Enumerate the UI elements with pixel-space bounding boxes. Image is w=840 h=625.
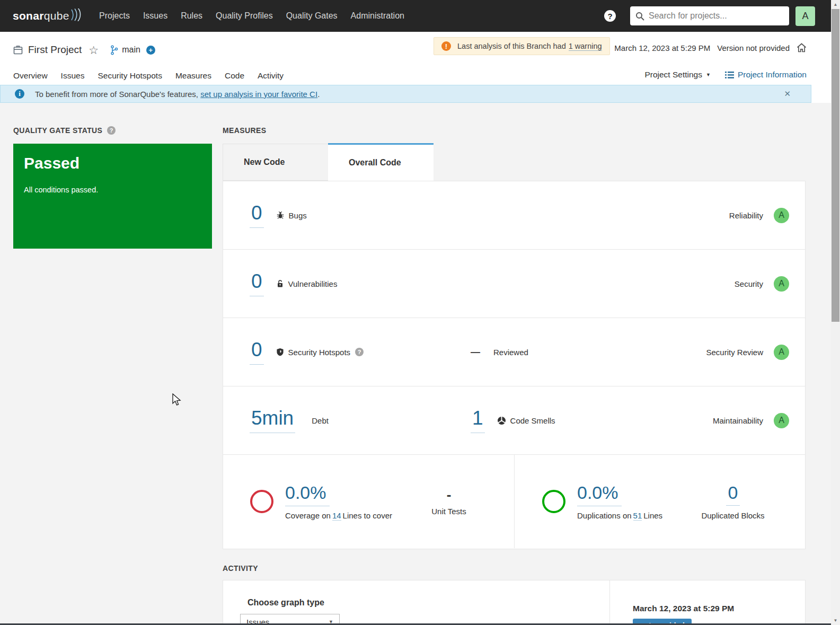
measure-row-security-hotspots: 0 Security Hotspots ? — Reviewed Securit… — [223, 318, 805, 386]
bugs-count-link[interactable]: 0 — [250, 203, 264, 228]
measures-section-title: MEASURES — [223, 126, 267, 135]
scrollbar-thumb[interactable] — [832, 9, 839, 322]
coverage-label-suffix: Lines to cover — [343, 511, 392, 520]
activity-graph-controls: Choose graph type Issues ▼ — [223, 580, 610, 624]
duplications-label-suffix: Lines — [643, 511, 662, 520]
help-circle-icon[interactable]: ? — [107, 126, 116, 135]
measures-tabs: New Code Overall Code — [223, 144, 434, 181]
search-input[interactable] — [649, 11, 784, 21]
reviewed-label: Reviewed — [493, 348, 528, 357]
nav-item-issues[interactable]: Issues — [136, 1, 174, 31]
quality-gate-title-text: QUALITY GATE STATUS — [13, 126, 102, 135]
nav-item-rules[interactable]: Rules — [174, 1, 209, 31]
duplicated-blocks-label: Duplicated Blocks — [698, 511, 767, 520]
measure-row-maintainability: 5min Debt 1 Code Smells Maintainability … — [223, 386, 805, 455]
branch-icon — [110, 45, 118, 55]
maintainability-rating-badge[interactable]: A — [774, 413, 789, 428]
avatar[interactable]: A — [795, 6, 815, 26]
bug-icon — [276, 211, 285, 219]
security-review-rating-badge[interactable]: A — [774, 345, 789, 360]
measure-row-vulnerabilities: 0 Vulnerabilities Security A — [223, 250, 805, 318]
ci-info-banner: i To benefit from more of SonarQube's fe… — [0, 85, 811, 103]
quality-gate-section-title: QUALITY GATE STATUS ? — [13, 126, 116, 135]
quality-gate-status-card: Passed All conditions passed. — [13, 144, 212, 249]
activity-section-title: ACTIVITY — [223, 564, 258, 573]
security-review-label: Security Review — [706, 348, 763, 357]
tab-overall-code[interactable]: Overall Code — [328, 143, 434, 181]
shield-icon — [276, 348, 284, 356]
coverage-label-prefix: Coverage on — [285, 511, 331, 520]
nav-item-quality-gates[interactable]: Quality Gates — [279, 1, 344, 31]
sonarqube-overview-page: sonarqube Projects Issues Rules Quality … — [0, 0, 840, 625]
sonarqube-logo[interactable]: sonarqube — [13, 10, 82, 22]
reviewed-dash: — — [471, 347, 480, 358]
search-icon — [635, 12, 644, 21]
tab-new-code[interactable]: New Code — [223, 144, 328, 181]
duplications-block: 0.0% Duplications on51Lines 0 Duplicated… — [515, 455, 805, 548]
vulnerabilities-count-link[interactable]: 0 — [250, 271, 264, 296]
banner-text-suffix: . — [317, 90, 320, 99]
debt-label: Debt — [312, 416, 329, 425]
header-actions: Project Settings ▼ Project Information — [644, 70, 807, 80]
activity-event-date: March 12, 2023 at 5:29 PM — [633, 604, 734, 613]
duplicated-blocks-link[interactable]: 0 — [726, 483, 740, 506]
close-icon[interactable]: ✕ — [784, 89, 791, 99]
duplications-percent-link[interactable]: 0.0% — [577, 483, 622, 506]
project-information-label: Project Information — [738, 70, 807, 80]
logo-waves-icon — [70, 8, 82, 21]
scrollbar-up-arrow[interactable]: ▲ — [831, 0, 840, 9]
analysis-date: March 12, 2023 at 5:29 PM — [614, 43, 710, 52]
project-information-button[interactable]: Project Information — [725, 70, 807, 80]
nav-item-quality-profiles[interactable]: Quality Profiles — [209, 1, 280, 31]
hotspots-count-link[interactable]: 0 — [250, 340, 264, 365]
page-title: First Project — [28, 44, 82, 56]
nav-item-administration[interactable]: Administration — [344, 1, 411, 31]
warning-text: Last analysis of this Branch had — [457, 42, 566, 50]
main-nav: Projects Issues Rules Quality Profiles Q… — [93, 1, 411, 31]
mouse-cursor — [171, 393, 182, 407]
measure-row-bugs: 0 Bugs Reliability A — [223, 181, 805, 250]
duplications-label-prefix: Duplications on — [577, 511, 632, 520]
logo-text-light: qube — [44, 10, 69, 22]
measures-panel: 0 Bugs Reliability A 0 — [223, 181, 806, 549]
measures-title-text: MEASURES — [223, 126, 267, 135]
scrollbar-down-arrow[interactable]: ▼ — [831, 616, 840, 625]
security-hotspots-label: Security Hotspots — [288, 348, 351, 357]
coverage-percent-link[interactable]: 0.0% — [285, 483, 330, 506]
setup-ci-link[interactable]: set up analysis in your favorite CI — [200, 90, 317, 99]
nav-item-projects[interactable]: Projects — [93, 1, 137, 31]
debt-value-link[interactable]: 5min — [250, 408, 295, 433]
logo-text-bold: sonar — [13, 10, 44, 22]
activity-card: Choose graph type Issues ▼ March 12, 202… — [223, 580, 806, 625]
favorite-star-icon[interactable]: ☆ — [89, 45, 99, 56]
warning-icon: ! — [441, 41, 451, 51]
code-smells-label: Code Smells — [510, 416, 555, 425]
quality-gate-description: All conditions passed. — [24, 186, 201, 194]
warning-count-link[interactable]: 1 warning — [569, 42, 602, 51]
info-icon: i — [15, 89, 24, 99]
banner-text: To benefit from more of SonarQube's feat… — [35, 90, 200, 99]
coverage-ring — [250, 490, 273, 513]
project-settings-dropdown[interactable]: Project Settings ▼ — [644, 70, 710, 80]
duplicated-lines-link[interactable]: 51 — [633, 511, 642, 521]
help-icon[interactable]: ? — [604, 10, 616, 22]
project-settings-label: Project Settings — [644, 70, 702, 80]
reliability-label: Reliability — [729, 211, 763, 220]
vertical-scrollbar[interactable]: ▲ ▼ — [831, 0, 840, 625]
reliability-rating-badge[interactable]: A — [774, 208, 789, 223]
activity-event-panel: March 12, 2023 at 5:29 PM not provided — [610, 580, 734, 625]
vulnerabilities-label: Vulnerabilities — [288, 279, 338, 288]
hotspots-help-icon[interactable]: ? — [355, 348, 364, 356]
branch-name[interactable]: main — [122, 45, 140, 55]
lock-icon — [276, 279, 284, 288]
home-icon[interactable] — [796, 42, 807, 53]
unit-tests-block: - Unit Tests — [430, 488, 467, 516]
unit-tests-label: Unit Tests — [430, 507, 467, 516]
lines-to-cover-link[interactable]: 14 — [332, 511, 341, 521]
duplications-ring — [542, 490, 565, 513]
search-box[interactable] — [630, 6, 789, 25]
add-branch-icon[interactable]: + — [146, 46, 155, 55]
code-smells-count-link[interactable]: 1 — [471, 408, 485, 433]
security-rating-badge[interactable]: A — [774, 276, 789, 292]
measures-bottom: 0.0% Coverage on14Lines to cover - Unit … — [223, 455, 805, 548]
